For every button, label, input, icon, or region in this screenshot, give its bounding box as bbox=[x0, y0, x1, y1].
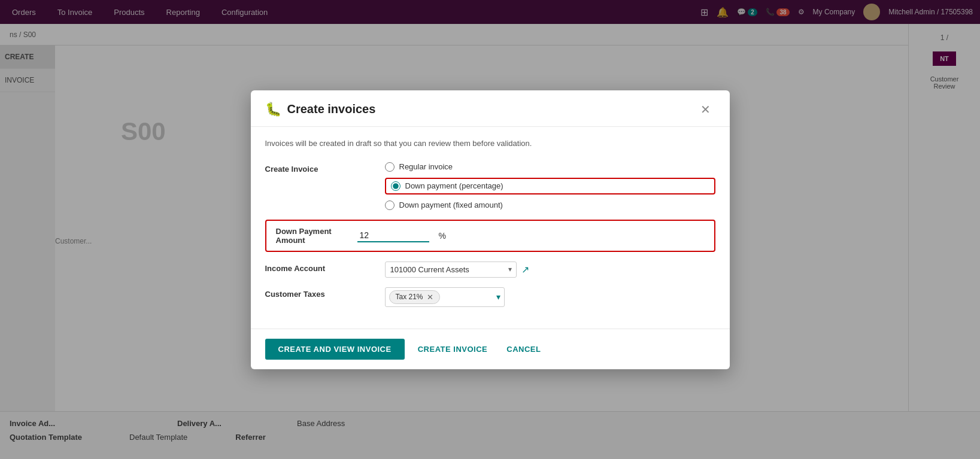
income-account-row: Income Account 101000 Current Assets ↗ bbox=[265, 262, 715, 278]
income-account-select[interactable]: 101000 Current Assets bbox=[385, 262, 517, 278]
external-link-icon[interactable]: ↗ bbox=[521, 264, 529, 275]
radio-group: Regular invoice Down payment (percentage… bbox=[385, 162, 715, 210]
down-payment-box: Down PaymentAmount % bbox=[265, 220, 715, 252]
create-and-view-invoice-button[interactable]: CREATE AND VIEW INVOICE bbox=[265, 339, 405, 360]
radio-down-fixed-input[interactable] bbox=[385, 200, 395, 210]
down-payment-input[interactable] bbox=[357, 229, 429, 242]
income-account-select-wrapper: 101000 Current Assets bbox=[385, 262, 517, 278]
taxes-dropdown-arrow-icon[interactable]: ▾ bbox=[496, 292, 500, 302]
modal-header: 🐛 Create invoices ✕ bbox=[251, 90, 730, 127]
close-button[interactable]: ✕ bbox=[696, 101, 715, 118]
modal-body: Invoices will be created in draft so tha… bbox=[251, 127, 730, 329]
create-invoice-row: Create Invoice Regular invoice Down p bbox=[265, 162, 715, 210]
radio-down-pct-highlight: Down payment (percentage) bbox=[385, 178, 715, 194]
radio-down-pct-input[interactable] bbox=[391, 181, 401, 191]
taxes-wrap[interactable]: Tax 21% ✕ ▾ bbox=[385, 287, 505, 307]
customer-taxes-control: Tax 21% ✕ ▾ bbox=[385, 287, 715, 307]
create-invoice-label: Create Invoice bbox=[265, 162, 373, 174]
customer-taxes-row: Customer Taxes Tax 21% ✕ ▾ bbox=[265, 287, 715, 307]
radio-down-fixed[interactable]: Down payment (fixed amount) bbox=[385, 200, 715, 210]
tax-remove-icon[interactable]: ✕ bbox=[427, 293, 433, 302]
tax-badge: Tax 21% ✕ bbox=[389, 290, 440, 304]
tax-badge-text: Tax 21% bbox=[396, 293, 423, 301]
radio-regular-input[interactable] bbox=[385, 162, 395, 172]
modal-subtitle: Invoices will be created in draft so tha… bbox=[265, 139, 715, 148]
down-payment-row: Down PaymentAmount % bbox=[265, 220, 715, 252]
income-account-label: Income Account bbox=[265, 262, 373, 273]
modal-title: Create invoices bbox=[287, 102, 690, 116]
radio-down-fixed-label: Down payment (fixed amount) bbox=[399, 200, 503, 209]
radio-down-pct[interactable]: Down payment (percentage) bbox=[391, 181, 709, 191]
bug-icon: 🐛 bbox=[265, 102, 281, 117]
customer-taxes-label: Customer Taxes bbox=[265, 287, 373, 299]
modal-footer: CREATE AND VIEW INVOICE CREATE INVOICE C… bbox=[251, 329, 730, 369]
radio-down-pct-label: Down payment (percentage) bbox=[405, 181, 503, 190]
down-payment-pct: % bbox=[439, 231, 446, 241]
cancel-button[interactable]: CANCEL bbox=[500, 339, 547, 360]
radio-regular-label: Regular invoice bbox=[399, 162, 453, 171]
create-invoice-button[interactable]: CREATE INVOICE bbox=[412, 339, 494, 360]
modal-overlay: 🐛 Create invoices ✕ Invoices will be cre… bbox=[0, 0, 980, 459]
down-payment-label: Down PaymentAmount bbox=[276, 227, 348, 245]
radio-regular-invoice[interactable]: Regular invoice bbox=[385, 162, 715, 172]
income-account-control: 101000 Current Assets ↗ bbox=[385, 262, 715, 278]
create-invoices-modal: 🐛 Create invoices ✕ Invoices will be cre… bbox=[251, 90, 730, 369]
